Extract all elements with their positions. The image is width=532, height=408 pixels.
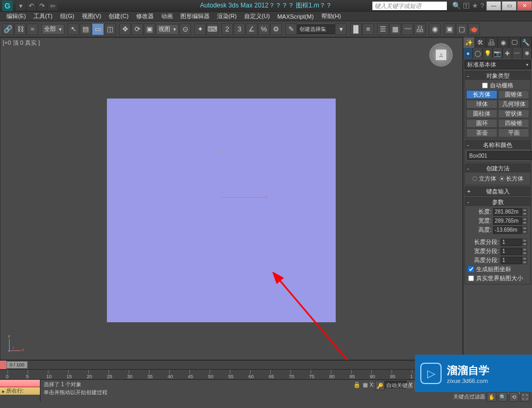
undo-icon[interactable]: ⇦: [48, 1, 57, 11]
new-icon[interactable]: ▾: [16, 1, 26, 11]
spinner-snap-icon[interactable]: ⚙: [270, 23, 282, 35]
tab-display[interactable]: 🖵: [509, 37, 521, 48]
param-hseg-input[interactable]: [501, 257, 522, 264]
menu-edit[interactable]: 编辑(E): [3, 12, 29, 21]
viewcube[interactable]: 上: [429, 43, 453, 67]
star-icon[interactable]: ★: [472, 2, 478, 10]
menu-views[interactable]: 视图(V): [79, 12, 105, 21]
gen-mapping-checkbox[interactable]: 生成贴图坐标: [466, 265, 529, 274]
setkey-button[interactable]: 设置关键点: [492, 381, 519, 390]
key-target-dropdown[interactable]: 选定对: [414, 381, 435, 389]
y-axis[interactable]: [221, 155, 222, 198]
rollout-header[interactable]: -创建方法: [465, 164, 530, 173]
align-icon[interactable]: ≡: [362, 23, 374, 35]
viewcube-face[interactable]: 上: [435, 49, 447, 61]
link-icon[interactable]: 🔗: [2, 23, 14, 35]
open-icon[interactable]: ↶: [27, 1, 36, 11]
subtab-geometry[interactable]: ●: [463, 48, 473, 59]
search-icon[interactable]: 🔍: [452, 2, 461, 10]
scale-icon[interactable]: ▣: [144, 23, 155, 35]
primitive-tube[interactable]: 管状体: [498, 109, 529, 118]
param-width-input[interactable]: [493, 217, 522, 225]
viewport-label[interactable]: [+0 顶 0 真实 ]: [3, 39, 40, 47]
curve-editor-icon[interactable]: 〰: [402, 23, 413, 35]
bind-icon[interactable]: ≈: [27, 23, 38, 35]
subtab-helpers[interactable]: ✚: [503, 48, 512, 59]
lock-icon[interactable]: 🔒: [353, 381, 361, 388]
primitive-teapot[interactable]: 茶壶: [466, 128, 497, 137]
snaps-3d-icon[interactable]: 3: [234, 23, 245, 35]
rollout-header[interactable]: -参数: [465, 198, 530, 206]
subtab-systems[interactable]: ✱: [522, 48, 532, 59]
angle-snap-icon[interactable]: ∠: [246, 23, 257, 35]
goto-end-icon[interactable]: ⏭: [481, 381, 491, 390]
rollout-header[interactable]: -名称和颜色: [465, 141, 530, 149]
mirror-icon[interactable]: ▐▌: [350, 23, 362, 35]
layers-icon[interactable]: ☰: [377, 23, 389, 35]
primitive-plane[interactable]: 平面: [498, 128, 529, 137]
time-slider-handle[interactable]: 0 / 100: [6, 361, 28, 369]
category-dropdown[interactable]: 标准基本体▾: [464, 60, 531, 69]
primitive-torus[interactable]: 圆环: [466, 119, 497, 128]
primitive-sphere[interactable]: 球体: [466, 100, 497, 109]
select-icon[interactable]: ↖: [68, 23, 79, 35]
graphite-icon[interactable]: ▦: [389, 23, 401, 35]
subtab-lights[interactable]: 💡: [483, 48, 493, 59]
radio-box[interactable]: 长方体: [500, 175, 523, 183]
edit-selset-icon[interactable]: ✎: [285, 23, 297, 35]
render-icon[interactable]: 🫖: [468, 23, 480, 35]
x-axis[interactable]: [221, 197, 264, 198]
next-frame-icon[interactable]: ▶: [470, 381, 479, 390]
menu-animation[interactable]: 动画: [158, 12, 176, 21]
menu-group[interactable]: 组(G): [57, 12, 78, 21]
select-name-icon[interactable]: ▤: [80, 23, 92, 35]
help-icon[interactable]: ?: [480, 2, 484, 10]
iso-icon[interactable]: ▦: [363, 382, 368, 388]
spinner-buttons[interactable]: ▴▾: [522, 248, 527, 255]
primitive-pyramid[interactable]: 四棱锥: [498, 119, 529, 128]
prev-frame-icon[interactable]: ◀: [447, 381, 457, 390]
tab-utilities[interactable]: 🔧: [521, 37, 533, 48]
unlink-icon[interactable]: ⛓: [14, 23, 26, 35]
checkbox-icon[interactable]: [468, 266, 474, 272]
script-output[interactable]: [0, 380, 40, 387]
checkbox-icon[interactable]: [468, 275, 474, 281]
minimize-button[interactable]: —: [486, 1, 501, 11]
menu-modifiers[interactable]: 修改器: [133, 12, 157, 21]
rotate-icon[interactable]: ⟳: [131, 23, 143, 35]
primitive-cylinder[interactable]: 圆柱体: [466, 109, 497, 118]
menu-tools[interactable]: 工具(T): [30, 12, 56, 21]
param-lseg-input[interactable]: [501, 239, 522, 246]
help-search-input[interactable]: 键入关键字或短语: [372, 2, 447, 10]
param-height-input[interactable]: [493, 226, 522, 234]
window-crossing-icon[interactable]: ◫: [104, 23, 116, 35]
manip-icon[interactable]: ✦: [194, 23, 206, 35]
rollout-header[interactable]: -对象类型: [465, 71, 530, 80]
menu-rendering[interactable]: 渲染(R): [214, 12, 240, 21]
menu-grapheditors[interactable]: 图形编辑器: [177, 12, 213, 21]
snaps-2d-icon[interactable]: 2: [221, 23, 233, 35]
nav-zoom-icon[interactable]: 🔍: [498, 392, 508, 402]
subtab-shapes[interactable]: ◯: [473, 48, 483, 59]
tab-motion[interactable]: ◉: [498, 37, 510, 48]
keyboard-icon[interactable]: ⌨: [206, 23, 218, 35]
viewport-top[interactable]: [+0 顶 0 真实 ] 上 y x y x z: [0, 37, 463, 360]
close-button[interactable]: ✕: [517, 1, 532, 11]
tab-create[interactable]: ✨: [463, 37, 475, 48]
material-icon[interactable]: ◉: [429, 23, 440, 35]
pivot-icon[interactable]: ⊙: [179, 23, 191, 35]
nav-orbit-icon[interactable]: ⟲: [509, 392, 519, 402]
autogrid-checkbox[interactable]: 自动栅格: [466, 81, 529, 90]
move-icon[interactable]: ✥: [119, 23, 131, 35]
primitive-geosphere[interactable]: 几何球体: [498, 100, 529, 109]
spinner-buttons[interactable]: ▴▾: [522, 208, 527, 216]
tab-modify[interactable]: 🛠: [475, 37, 487, 48]
nav-pan-icon[interactable]: ✋: [487, 392, 496, 402]
key-icon[interactable]: ⚿: [463, 2, 470, 10]
radio-cube[interactable]: 立方体: [472, 175, 496, 183]
render-setup-icon[interactable]: ▣: [444, 23, 455, 35]
autokey-button[interactable]: 自动关键点: [386, 381, 413, 390]
spinner-buttons[interactable]: ▴▾: [522, 217, 527, 225]
realworld-checkbox[interactable]: 真实世界贴图大小: [466, 274, 529, 283]
time-slider[interactable]: 0 / 100: [0, 361, 532, 369]
